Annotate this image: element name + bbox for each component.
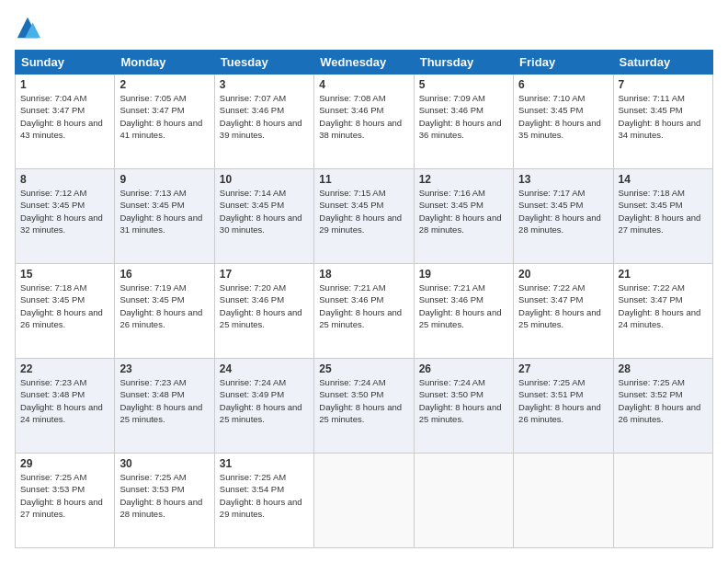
weekday-header-row: SundayMondayTuesdayWednesdayThursdayFrid… bbox=[16, 51, 713, 75]
day-info: Sunrise: 7:15 AMSunset: 3:45 PMDaylight:… bbox=[319, 187, 408, 236]
calendar-cell bbox=[414, 454, 513, 548]
calendar-cell: 21Sunrise: 7:22 AMSunset: 3:47 PMDayligh… bbox=[613, 264, 712, 359]
calendar-cell: 16Sunrise: 7:19 AMSunset: 3:45 PMDayligh… bbox=[115, 264, 214, 359]
weekday-header-thursday: Thursday bbox=[414, 51, 513, 75]
day-number: 8 bbox=[20, 173, 109, 186]
day-info: Sunrise: 7:12 AMSunset: 3:45 PMDaylight:… bbox=[20, 187, 109, 236]
weekday-header-tuesday: Tuesday bbox=[214, 51, 313, 75]
calendar-cell: 4Sunrise: 7:08 AMSunset: 3:46 PMDaylight… bbox=[314, 75, 414, 169]
day-number: 17 bbox=[220, 268, 309, 281]
day-info: Sunrise: 7:18 AMSunset: 3:45 PMDaylight:… bbox=[20, 282, 109, 330]
day-info: Sunrise: 7:09 AMSunset: 3:46 PMDaylight:… bbox=[419, 92, 508, 141]
day-number: 11 bbox=[319, 173, 408, 186]
calendar-cell bbox=[613, 454, 712, 548]
day-number: 15 bbox=[20, 268, 109, 281]
calendar-cell: 9Sunrise: 7:13 AMSunset: 3:45 PMDaylight… bbox=[115, 169, 214, 264]
day-number: 5 bbox=[419, 78, 508, 91]
day-info: Sunrise: 7:25 AMSunset: 3:51 PMDaylight:… bbox=[518, 376, 608, 425]
weekday-header-sunday: Sunday bbox=[16, 51, 115, 75]
day-info: Sunrise: 7:22 AMSunset: 3:47 PMDaylight:… bbox=[619, 282, 708, 330]
day-number: 4 bbox=[319, 78, 408, 91]
calendar-table: SundayMondayTuesdayWednesdayThursdayFrid… bbox=[15, 50, 713, 548]
day-number: 31 bbox=[220, 457, 309, 470]
day-number: 1 bbox=[20, 78, 109, 91]
day-number: 20 bbox=[518, 268, 608, 281]
day-info: Sunrise: 7:22 AMSunset: 3:47 PMDaylight:… bbox=[518, 282, 608, 330]
day-number: 19 bbox=[419, 268, 508, 281]
calendar-cell: 22Sunrise: 7:23 AMSunset: 3:48 PMDayligh… bbox=[16, 359, 115, 454]
calendar-cell: 7Sunrise: 7:11 AMSunset: 3:45 PMDaylight… bbox=[613, 75, 712, 169]
calendar-cell: 26Sunrise: 7:24 AMSunset: 3:50 PMDayligh… bbox=[414, 359, 513, 454]
calendar-cell: 14Sunrise: 7:18 AMSunset: 3:45 PMDayligh… bbox=[613, 169, 712, 264]
day-info: Sunrise: 7:08 AMSunset: 3:46 PMDaylight:… bbox=[319, 92, 408, 141]
day-number: 6 bbox=[518, 78, 608, 91]
calendar-cell: 20Sunrise: 7:22 AMSunset: 3:47 PMDayligh… bbox=[514, 264, 613, 359]
day-info: Sunrise: 7:23 AMSunset: 3:48 PMDaylight:… bbox=[119, 376, 209, 425]
day-info: Sunrise: 7:21 AMSunset: 3:46 PMDaylight:… bbox=[419, 282, 508, 330]
day-number: 16 bbox=[119, 268, 209, 281]
day-number: 29 bbox=[20, 457, 109, 470]
calendar-cell: 13Sunrise: 7:17 AMSunset: 3:45 PMDayligh… bbox=[514, 169, 613, 264]
calendar-week-1: 1Sunrise: 7:04 AMSunset: 3:47 PMDaylight… bbox=[16, 75, 713, 169]
day-info: Sunrise: 7:25 AMSunset: 3:54 PMDaylight:… bbox=[220, 471, 309, 520]
day-number: 10 bbox=[220, 173, 309, 186]
page: SundayMondayTuesdayWednesdayThursdayFrid… bbox=[0, 0, 728, 563]
day-info: Sunrise: 7:04 AMSunset: 3:47 PMDaylight:… bbox=[20, 92, 109, 141]
day-info: Sunrise: 7:14 AMSunset: 3:45 PMDaylight:… bbox=[220, 187, 309, 236]
calendar-cell bbox=[514, 454, 613, 548]
calendar-cell: 29Sunrise: 7:25 AMSunset: 3:53 PMDayligh… bbox=[16, 454, 115, 548]
calendar-cell: 6Sunrise: 7:10 AMSunset: 3:45 PMDaylight… bbox=[514, 75, 613, 169]
calendar-cell: 31Sunrise: 7:25 AMSunset: 3:54 PMDayligh… bbox=[214, 454, 313, 548]
calendar-cell: 25Sunrise: 7:24 AMSunset: 3:50 PMDayligh… bbox=[314, 359, 414, 454]
day-info: Sunrise: 7:10 AMSunset: 3:45 PMDaylight:… bbox=[518, 92, 608, 141]
day-number: 18 bbox=[319, 268, 408, 281]
calendar-week-4: 22Sunrise: 7:23 AMSunset: 3:48 PMDayligh… bbox=[16, 359, 713, 454]
weekday-header-friday: Friday bbox=[514, 51, 613, 75]
calendar-week-2: 8Sunrise: 7:12 AMSunset: 3:45 PMDaylight… bbox=[16, 169, 713, 264]
calendar-cell: 24Sunrise: 7:24 AMSunset: 3:49 PMDayligh… bbox=[214, 359, 313, 454]
header bbox=[15, 15, 713, 40]
day-info: Sunrise: 7:19 AMSunset: 3:45 PMDaylight:… bbox=[119, 282, 209, 330]
day-number: 13 bbox=[518, 173, 608, 186]
calendar-cell: 11Sunrise: 7:15 AMSunset: 3:45 PMDayligh… bbox=[314, 169, 414, 264]
day-number: 26 bbox=[419, 362, 508, 375]
calendar-cell: 8Sunrise: 7:12 AMSunset: 3:45 PMDaylight… bbox=[16, 169, 115, 264]
day-number: 25 bbox=[319, 362, 408, 375]
day-number: 27 bbox=[518, 362, 608, 375]
day-info: Sunrise: 7:25 AMSunset: 3:53 PMDaylight:… bbox=[20, 471, 109, 520]
calendar-cell: 5Sunrise: 7:09 AMSunset: 3:46 PMDaylight… bbox=[414, 75, 513, 169]
day-info: Sunrise: 7:11 AMSunset: 3:45 PMDaylight:… bbox=[619, 92, 708, 141]
day-info: Sunrise: 7:17 AMSunset: 3:45 PMDaylight:… bbox=[518, 187, 608, 236]
day-info: Sunrise: 7:05 AMSunset: 3:47 PMDaylight:… bbox=[119, 92, 209, 141]
calendar-cell: 2Sunrise: 7:05 AMSunset: 3:47 PMDaylight… bbox=[115, 75, 214, 169]
calendar-cell: 15Sunrise: 7:18 AMSunset: 3:45 PMDayligh… bbox=[16, 264, 115, 359]
calendar-cell bbox=[314, 454, 414, 548]
day-info: Sunrise: 7:07 AMSunset: 3:46 PMDaylight:… bbox=[220, 92, 309, 141]
day-number: 2 bbox=[119, 78, 209, 91]
day-info: Sunrise: 7:24 AMSunset: 3:49 PMDaylight:… bbox=[220, 376, 309, 425]
day-info: Sunrise: 7:24 AMSunset: 3:50 PMDaylight:… bbox=[319, 376, 408, 425]
calendar-cell: 19Sunrise: 7:21 AMSunset: 3:46 PMDayligh… bbox=[414, 264, 513, 359]
calendar-cell: 30Sunrise: 7:25 AMSunset: 3:53 PMDayligh… bbox=[115, 454, 214, 548]
calendar-week-3: 15Sunrise: 7:18 AMSunset: 3:45 PMDayligh… bbox=[16, 264, 713, 359]
calendar-cell: 12Sunrise: 7:16 AMSunset: 3:45 PMDayligh… bbox=[414, 169, 513, 264]
day-info: Sunrise: 7:18 AMSunset: 3:45 PMDaylight:… bbox=[619, 187, 708, 236]
day-info: Sunrise: 7:23 AMSunset: 3:48 PMDaylight:… bbox=[20, 376, 109, 425]
day-info: Sunrise: 7:13 AMSunset: 3:45 PMDaylight:… bbox=[119, 187, 209, 236]
calendar-cell: 1Sunrise: 7:04 AMSunset: 3:47 PMDaylight… bbox=[16, 75, 115, 169]
weekday-header-monday: Monday bbox=[115, 51, 214, 75]
weekday-header-wednesday: Wednesday bbox=[314, 51, 414, 75]
logo bbox=[15, 15, 44, 40]
day-info: Sunrise: 7:20 AMSunset: 3:46 PMDaylight:… bbox=[220, 282, 309, 330]
day-info: Sunrise: 7:24 AMSunset: 3:50 PMDaylight:… bbox=[419, 376, 508, 425]
day-number: 22 bbox=[20, 362, 109, 375]
weekday-header-saturday: Saturday bbox=[613, 51, 712, 75]
day-number: 9 bbox=[119, 173, 209, 186]
day-info: Sunrise: 7:25 AMSunset: 3:53 PMDaylight:… bbox=[119, 471, 209, 520]
calendar-week-5: 29Sunrise: 7:25 AMSunset: 3:53 PMDayligh… bbox=[16, 454, 713, 548]
logo-icon bbox=[15, 15, 40, 40]
day-number: 28 bbox=[619, 362, 708, 375]
calendar-cell: 27Sunrise: 7:25 AMSunset: 3:51 PMDayligh… bbox=[514, 359, 613, 454]
day-info: Sunrise: 7:25 AMSunset: 3:52 PMDaylight:… bbox=[619, 376, 708, 425]
day-number: 12 bbox=[419, 173, 508, 186]
